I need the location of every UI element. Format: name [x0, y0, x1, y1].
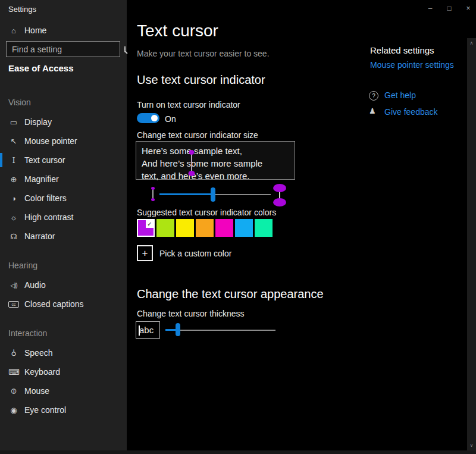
sidebar-item-home[interactable]: ⌂ Home: [0, 21, 127, 39]
size-slider-thumb[interactable]: [211, 187, 215, 202]
minimize-button[interactable]: –: [424, 2, 437, 14]
scrollbar[interactable]: ∧ ∨: [467, 38, 476, 450]
sidebar-section-title: Ease of Access: [8, 63, 74, 73]
sidebar-item-label: Keyboard: [24, 367, 60, 377]
color-swatch-orange[interactable]: [196, 219, 214, 237]
sidebar-item-label: Display: [24, 117, 52, 127]
search-input[interactable]: [11, 44, 121, 55]
sample-text-box: Here’s some sample text, And here’s some…: [136, 141, 295, 180]
keyboard-icon: ⌨: [8, 368, 19, 377]
sidebar-item-label: Mouse: [24, 386, 49, 396]
pick-custom-color-button[interactable]: +: [137, 245, 153, 261]
audio-speaker-icon: ◁)): [8, 282, 19, 289]
sidebar-item-speech[interactable]: ⚲ Speech: [0, 344, 127, 362]
plus-icon: +: [142, 248, 148, 259]
size-label: Change text cursor indicator size: [137, 130, 258, 140]
selected-indicator-bar: [0, 153, 2, 167]
sidebar-item-label: High contrast: [24, 212, 73, 222]
microphone-icon: ⚲: [8, 349, 19, 358]
sample-line: And here’s some more sample: [142, 157, 289, 170]
sidebar-item-label: Mouse pointer: [24, 136, 77, 146]
text-cursor-icon: I: [8, 156, 19, 165]
toggle-state-label: On: [165, 114, 176, 124]
indicator-blob-top: [151, 187, 155, 190]
section-heading-indicator: Use text cursor indicator: [137, 73, 265, 87]
page-subtitle: Make your text cursor easier to see.: [137, 49, 270, 58]
mouse-pointer-settings-link[interactable]: Mouse pointer settings: [370, 60, 454, 70]
sidebar-item-magnifier[interactable]: ⊕ Magnifier: [0, 170, 127, 188]
sidebar-item-label: Eye control: [24, 405, 66, 415]
sidebar-item-label: Magnifier: [24, 174, 59, 184]
color-swatch-purple[interactable]: ✓: [137, 219, 155, 237]
color-swatch-blue[interactable]: [235, 219, 253, 237]
thickness-label: Change text cursor thickness: [137, 309, 245, 318]
give-feedback-link[interactable]: Give feedback: [384, 107, 438, 117]
group-label-interaction: Interaction: [8, 328, 47, 338]
large-indicator-icon: [273, 184, 287, 206]
sidebar-item-label: Audio: [24, 280, 46, 290]
closed-captions-icon: cc: [8, 301, 19, 308]
sidebar-item-mouse-pointer[interactable]: ↖ Mouse pointer: [0, 132, 127, 150]
color-filters-icon: ◑: [8, 194, 19, 203]
size-slider-fill: [159, 193, 213, 195]
sidebar-item-label: Narrator: [24, 231, 55, 241]
indicator-toggle[interactable]: [137, 113, 159, 123]
color-swatch-yellow[interactable]: [176, 219, 194, 237]
display-icon: ▭: [8, 118, 19, 127]
caret-preview: [139, 325, 140, 336]
sidebar-item-display[interactable]: ▭ Display: [0, 113, 127, 131]
scroll-up-icon[interactable]: ∧: [467, 40, 476, 46]
scroll-down-icon[interactable]: ∨: [467, 443, 476, 448]
give-feedback-icon: ♟: [369, 107, 376, 115]
sidebar-item-color-filters[interactable]: ◑ Color filters: [0, 189, 127, 207]
sidebar-item-text-cursor[interactable]: I Text cursor: [0, 151, 127, 169]
small-indicator-icon: [150, 187, 156, 201]
magnifier-icon: ⊕: [8, 175, 19, 184]
home-icon: ⌂: [8, 26, 19, 35]
group-label-hearing: Hearing: [8, 261, 37, 270]
window-bottom-edge: [0, 450, 476, 454]
sidebar-item-label: Text cursor: [24, 155, 65, 165]
color-swatch-lime[interactable]: [156, 219, 174, 237]
sample-line: Here’s some sample text,: [142, 145, 289, 157]
sidebar-item-audio[interactable]: ◁)) Audio: [0, 276, 127, 294]
text-cursor-indicator-preview: [189, 150, 195, 176]
page-title: Text cursor: [137, 21, 218, 40]
pick-custom-color-label: Pick a custom color: [159, 249, 231, 258]
toggle-knob: [151, 115, 158, 121]
high-contrast-icon: ☼: [8, 213, 19, 222]
thickness-preview-box: abc: [136, 321, 160, 339]
sidebar-item-label: Home: [24, 26, 46, 35]
sidebar-item-label: Closed captions: [24, 299, 84, 309]
sidebar-item-label: Color filters: [24, 193, 67, 203]
search-icon[interactable]: [124, 46, 126, 52]
color-swatch-magenta[interactable]: [215, 219, 233, 237]
get-help-link[interactable]: Get help: [384, 90, 416, 100]
indicator-blob-top: [273, 184, 286, 192]
sidebar-item-closed-captions[interactable]: cc Closed captions: [0, 295, 127, 313]
indicator-blob-bottom: [273, 198, 286, 206]
maximize-button[interactable]: □: [443, 2, 456, 14]
indicator-blob-bottom: [189, 171, 195, 176]
sidebar-item-eye-control[interactable]: ◉ Eye control: [0, 401, 127, 419]
sidebar-item-label: Speech: [24, 348, 52, 358]
close-button[interactable]: ×: [462, 2, 475, 14]
group-label-vision: Vision: [8, 98, 31, 107]
window-title: Settings: [8, 5, 36, 14]
sidebar-item-keyboard[interactable]: ⌨ Keyboard: [0, 363, 127, 381]
thickness-slider-track[interactable]: [165, 330, 275, 331]
sidebar-item-mouse[interactable]: ⊖ Mouse: [0, 382, 127, 400]
swatch-row: ✓: [137, 219, 273, 237]
sidebar-item-high-contrast[interactable]: ☼ High contrast: [0, 208, 127, 226]
suggested-colors-label: Suggested text cursor indicator colors: [137, 208, 276, 217]
indicator-blob-bottom: [151, 198, 155, 201]
color-swatch-turquoise[interactable]: [255, 219, 273, 237]
search-box[interactable]: [6, 41, 120, 57]
section-heading-appearance: Change the text cursor appearance: [137, 287, 324, 301]
sidebar-item-narrator[interactable]: ☊ Narrator: [0, 227, 127, 245]
settings-window: – □ × Settings ⌂ Home Ease of Access Vis…: [0, 0, 476, 454]
get-help-icon: ?: [369, 91, 378, 101]
preview-text: abc: [139, 325, 154, 335]
thickness-slider-thumb[interactable]: [176, 323, 180, 336]
eye-control-icon: ◉: [8, 406, 19, 415]
